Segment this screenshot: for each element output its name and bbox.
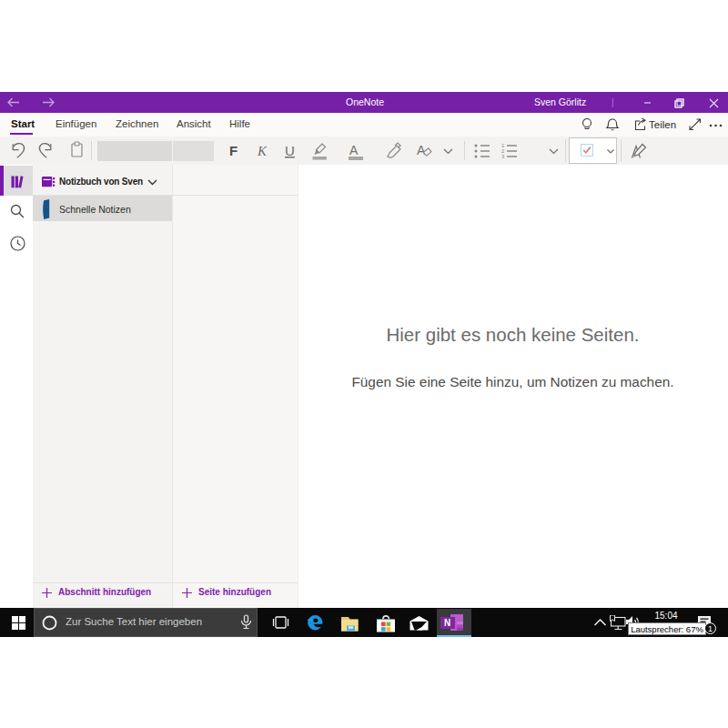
svg-text:A: A — [417, 143, 426, 157]
svg-text:N: N — [444, 618, 450, 628]
svg-text:F: F — [229, 143, 238, 158]
svg-text:K: K — [257, 144, 268, 158]
svg-text:3: 3 — [501, 154, 505, 159]
svg-text:A: A — [349, 143, 359, 157]
svg-text:Teilen: Teilen — [649, 119, 676, 130]
svg-text:U: U — [285, 143, 295, 158]
